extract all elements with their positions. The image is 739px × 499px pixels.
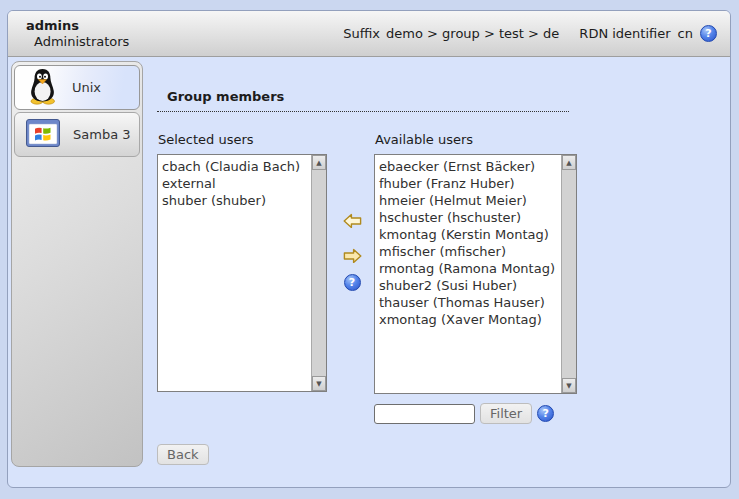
list-item[interactable]: hmeier (Helmut Meier): [379, 192, 561, 209]
back-button[interactable]: Back: [157, 444, 209, 465]
selected-users-scrollbar[interactable]: ▲ ▼: [311, 155, 326, 391]
tab-unix-label: Unix: [72, 80, 101, 95]
rdn-label: RDN identifier: [579, 26, 670, 41]
list-item[interactable]: shuber2 (Susi Huber): [379, 277, 561, 294]
suffix-label: Suffix: [343, 26, 380, 41]
windows-logo-icon: [26, 119, 60, 150]
list-item[interactable]: shuber (shuber): [162, 192, 311, 209]
list-item[interactable]: ebaecker (Ernst Bäcker): [379, 158, 561, 175]
selected-users-listbox[interactable]: cbach (Claudia Bach)externalshuber (shub…: [157, 154, 327, 392]
selected-users-column: Selected users cbach (Claudia Bach)exter…: [157, 132, 327, 424]
main-window: admins Administrators Suffix demo > grou…: [7, 10, 731, 488]
filter-row: Filter ?: [374, 403, 577, 424]
available-users-listbox[interactable]: ebaecker (Ernst Bäcker)fhuber (Franz Hub…: [374, 154, 577, 394]
list-item[interactable]: cbach (Claudia Bach): [162, 158, 311, 175]
rdn-value: cn: [678, 26, 693, 41]
available-users-items: ebaecker (Ernst Bäcker)fhuber (Franz Hub…: [375, 155, 561, 393]
list-item[interactable]: thauser (Thomas Hauser): [379, 294, 561, 311]
section-title: Group members: [157, 89, 569, 112]
selected-users-items: cbach (Claudia Bach)externalshuber (shub…: [158, 155, 311, 391]
header-bar: admins Administrators Suffix demo > grou…: [8, 11, 730, 57]
list-item[interactable]: xmontag (Xaver Montag): [379, 311, 561, 328]
list-item[interactable]: hschuster (hschuster): [379, 209, 561, 226]
list-item[interactable]: mfischer (mfischer): [379, 243, 561, 260]
list-item[interactable]: fhuber (Franz Huber): [379, 175, 561, 192]
entry-info: admins Administrators: [8, 18, 129, 50]
filter-input[interactable]: [374, 404, 475, 424]
selected-users-label: Selected users: [157, 132, 327, 150]
move-right-arrow-icon[interactable]: [343, 248, 362, 264]
scroll-down-icon[interactable]: ▼: [312, 376, 326, 391]
members-help-icon[interactable]: ?: [344, 274, 361, 291]
tab-unix[interactable]: Unix: [14, 65, 140, 110]
available-users-scrollbar[interactable]: ▲ ▼: [561, 155, 576, 393]
available-users-column: Available users ebaecker (Ernst Bäcker)f…: [374, 132, 577, 424]
tux-penguin-icon: [26, 68, 59, 108]
entry-name: admins: [26, 18, 129, 34]
transfer-controls: ?: [340, 132, 364, 424]
scroll-down-icon[interactable]: ▼: [562, 378, 576, 393]
entry-description: Administrators: [26, 34, 129, 50]
rdn-help-icon[interactable]: ?: [700, 25, 717, 42]
move-left-arrow-icon[interactable]: [343, 213, 362, 229]
filter-button[interactable]: Filter: [480, 403, 532, 424]
header-meta: Suffix demo > group > test > de RDN iden…: [343, 25, 717, 42]
list-item[interactable]: rmontag (Ramona Montag): [379, 260, 561, 277]
available-users-label: Available users: [374, 132, 577, 150]
tab-samba3-label: Samba 3: [73, 127, 131, 142]
list-item[interactable]: kmontag (Kerstin Montag): [379, 226, 561, 243]
tab-samba3[interactable]: Samba 3: [14, 112, 140, 157]
scroll-up-icon[interactable]: ▲: [562, 155, 576, 170]
filter-help-icon[interactable]: ?: [537, 405, 554, 422]
suffix-value: demo > group > test > de: [386, 26, 559, 41]
scroll-up-icon[interactable]: ▲: [312, 155, 326, 170]
list-item[interactable]: external: [162, 175, 311, 192]
module-tabs-sidebar: Unix Samba 3: [11, 61, 143, 467]
